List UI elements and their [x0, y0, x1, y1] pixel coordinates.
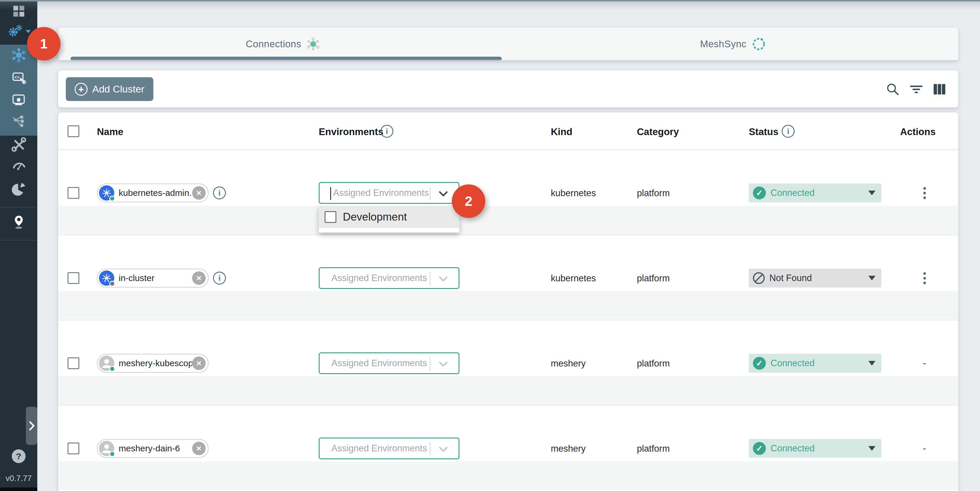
environments-info-icon[interactable]: i	[380, 125, 393, 138]
annotation-badge-2: 2	[452, 184, 485, 218]
row-expand-strip[interactable]	[58, 206, 958, 235]
check-circle-icon: ✓	[753, 357, 766, 370]
connection-chip[interactable]: kubernetes-admin... ×	[97, 184, 208, 202]
table-row: meshery-dain-6 × meshery platform ✓ Conn…	[58, 406, 958, 490]
remove-connection-icon[interactable]: ×	[192, 271, 206, 285]
environments-input[interactable]	[333, 183, 430, 203]
row-checkbox[interactable]	[68, 443, 79, 454]
sidebar-item-toolkit[interactable]	[0, 136, 37, 153]
annotation-badge-1: 1	[27, 27, 60, 60]
sidebar-divider	[0, 240, 37, 240]
row-checkbox[interactable]	[68, 272, 79, 284]
remove-connection-icon[interactable]: ×	[192, 356, 206, 370]
row-expand-strip[interactable]	[58, 461, 958, 490]
environment-option-development[interactable]: Development	[319, 206, 460, 228]
triangle-down-icon	[869, 361, 875, 365]
question-mark-icon: ?	[16, 451, 21, 461]
status-dropdown-connected[interactable]: ✓ Connected	[749, 354, 881, 373]
connection-state-dot	[109, 451, 115, 457]
connection-chip[interactable]: meshery-kubescop... ×	[97, 354, 208, 373]
category-cell: platform	[637, 273, 670, 284]
kubernetes-logo-icon	[99, 185, 114, 200]
status-dropdown-connected[interactable]: ✓ Connected	[749, 439, 881, 458]
connection-chip[interactable]: meshery-dain-6 ×	[97, 439, 208, 458]
category-cell: platform	[637, 358, 670, 369]
status-dropdown-connected[interactable]: ✓ Connected	[749, 184, 881, 202]
table-row: kubernetes-admin... × i Development kube	[58, 151, 958, 235]
pipeline-icon	[11, 114, 26, 130]
search-button[interactable]	[885, 82, 900, 97]
row-expand-strip[interactable]	[58, 376, 958, 405]
sidebar-item-profiles[interactable]	[0, 92, 37, 109]
connection-chip[interactable]: in-cluster ×	[97, 269, 208, 288]
kind-cell: kubernetes	[551, 188, 596, 199]
select-divider	[430, 357, 430, 370]
tab-connections[interactable]: Connections	[58, 28, 508, 60]
plus-icon: +	[75, 83, 88, 96]
column-header-environments: Environments	[319, 126, 383, 137]
text-caret	[330, 187, 331, 200]
remove-connection-icon[interactable]: ×	[192, 442, 206, 455]
add-cluster-button[interactable]: + Add Cluster	[66, 77, 153, 101]
environments-input[interactable]	[331, 353, 428, 373]
tab-bar-baseline	[58, 60, 958, 60]
environments-select[interactable]	[319, 437, 460, 459]
sidebar-item-pipeline[interactable]	[0, 113, 37, 130]
connections-mesh-icon	[306, 37, 320, 51]
row-actions-menu-button[interactable]	[921, 185, 928, 201]
column-header-kind: Kind	[551, 126, 572, 137]
chevron-down-icon[interactable]	[436, 189, 451, 199]
row-expand-strip[interactable]	[58, 291, 958, 320]
environments-select[interactable]	[319, 353, 460, 374]
chevron-down-icon[interactable]	[436, 444, 451, 454]
environments-select[interactable]	[319, 182, 460, 204]
connection-name: meshery-dain-6	[119, 443, 192, 453]
option-checkbox[interactable]	[325, 211, 336, 223]
sidebar-item-extensions[interactable]	[0, 180, 37, 198]
environments-input[interactable]	[331, 439, 428, 458]
row-checkbox[interactable]	[68, 187, 79, 199]
table-toolbar: + Add Cluster	[58, 70, 958, 108]
tab-meshsync[interactable]: MeshSync	[508, 28, 958, 60]
code-adapter-icon: <>	[11, 70, 26, 86]
screen-user-icon	[11, 92, 26, 108]
search-icon	[885, 82, 900, 97]
select-all-checkbox[interactable]	[68, 126, 79, 137]
tab-connections-label: Connections	[246, 38, 301, 49]
triangle-down-icon	[869, 446, 875, 451]
table-row: meshery-kubescop... × meshery platform ✓…	[58, 321, 958, 405]
tab-meshsync-label: MeshSync	[700, 38, 746, 49]
chevron-down-icon	[25, 30, 31, 33]
category-cell: platform	[637, 443, 670, 454]
remove-connection-icon[interactable]: ×	[192, 186, 206, 200]
environments-input[interactable]	[331, 268, 428, 288]
kind-cell: meshery	[551, 358, 586, 369]
chevron-down-icon[interactable]	[436, 359, 451, 369]
app-version: v0.7.77	[0, 474, 37, 483]
connection-name: in-cluster	[119, 273, 192, 283]
chevron-down-icon[interactable]	[436, 274, 451, 284]
view-columns-button[interactable]	[932, 82, 947, 97]
row-actions-menu-button[interactable]	[921, 270, 928, 286]
environments-select[interactable]	[319, 267, 460, 289]
filter-button[interactable]	[908, 82, 924, 97]
select-divider	[430, 187, 430, 200]
location-pin-icon	[11, 214, 26, 230]
sidebar-item-location[interactable]	[0, 212, 37, 231]
triangle-down-icon	[869, 276, 875, 280]
status-dropdown-notfound[interactable]: Not Found	[749, 269, 881, 288]
connection-info-icon[interactable]: i	[213, 186, 226, 199]
sidebar-item-adapters[interactable]: <>	[0, 69, 37, 86]
triangle-pie-icon	[11, 181, 27, 197]
sidebar-item-performance[interactable]	[0, 157, 37, 173]
row-checkbox[interactable]	[68, 358, 79, 369]
column-header-category: Category	[637, 126, 679, 137]
check-circle-icon: ✓	[753, 186, 766, 199]
status-info-icon[interactable]: i	[782, 125, 795, 138]
speedometer-icon	[11, 158, 27, 172]
category-cell: platform	[637, 188, 670, 199]
table-row: in-cluster × i kubernetes platform Not F…	[58, 236, 958, 320]
connection-info-icon[interactable]: i	[213, 272, 226, 284]
help-button[interactable]: ?	[12, 449, 25, 463]
sidebar-expand-button[interactable]	[26, 407, 37, 445]
